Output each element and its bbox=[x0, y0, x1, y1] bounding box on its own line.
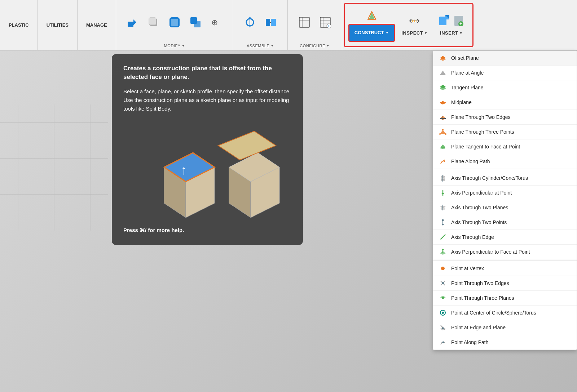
assemble-btn-1[interactable] bbox=[241, 12, 259, 33]
illustration-svg: ↑ bbox=[132, 124, 283, 218]
plane-three-points-icon bbox=[439, 128, 447, 136]
menu-item-label-12: Axis Through Edge bbox=[451, 234, 494, 240]
insert-icons: + bbox=[438, 14, 465, 27]
menu-item-label-6: Plane Tangent to Face at Point bbox=[451, 144, 520, 150]
svg-point-87 bbox=[442, 224, 444, 226]
plastic-label: PLASTIC bbox=[9, 22, 29, 28]
svg-rect-13 bbox=[271, 19, 276, 26]
tooltip-body: Select a face, plane, or sketch profile,… bbox=[123, 87, 291, 113]
menu-item-label-14: Point at Vertex bbox=[451, 266, 484, 271]
menu-item-0[interactable]: Offset Plane bbox=[433, 51, 577, 66]
insert-caret: ▼ bbox=[459, 31, 463, 35]
svg-point-70 bbox=[442, 129, 444, 130]
svg-point-93 bbox=[441, 267, 445, 270]
offset-plane-icon bbox=[439, 54, 447, 62]
menu-item-11[interactable]: Axis Through Two Points bbox=[433, 215, 577, 230]
right-toolbar-group: CONSTRUCT ▼ INSPECT bbox=[344, 3, 474, 47]
point-three-planes-icon bbox=[439, 294, 447, 302]
menu-item-8[interactable]: Axis Through Cylinder/Cone/Torus bbox=[433, 171, 577, 186]
menu-item-label-7: Plane Along Path bbox=[451, 159, 490, 164]
menu-item-9[interactable]: Axis Perpendicular at Point bbox=[433, 186, 577, 200]
menu-item-label-3: Midplane bbox=[451, 99, 472, 105]
menu-item-15[interactable]: Point Through Two Edges bbox=[433, 276, 577, 291]
inspect-icon bbox=[408, 14, 421, 27]
assemble-icons bbox=[241, 3, 280, 41]
svg-point-69 bbox=[439, 133, 441, 135]
insert-label[interactable]: INSERT ▼ bbox=[440, 30, 463, 36]
menu-item-label-5: Plane Through Three Points bbox=[451, 129, 514, 135]
menu-item-1[interactable]: Plane at Angle bbox=[433, 66, 577, 80]
assemble-icon-2 bbox=[264, 16, 277, 29]
dropdown-inner[interactable]: Offset Plane Plane at Angle Tangent P bbox=[433, 51, 577, 350]
move-button[interactable]: ⊕ bbox=[207, 12, 226, 33]
point-two-edges-icon bbox=[439, 279, 447, 287]
menu-item-label-11: Axis Through Two Points bbox=[451, 219, 507, 225]
svg-point-104 bbox=[442, 342, 444, 343]
menu-item-10[interactable]: Axis Through Two Planes bbox=[433, 200, 577, 215]
push-pull-button[interactable] bbox=[123, 12, 142, 33]
menu-item-label-1: Plane at Angle bbox=[451, 70, 484, 76]
menu-item-3[interactable]: Midplane bbox=[433, 95, 577, 110]
divider-2 bbox=[433, 260, 577, 260]
menu-item-label-19: Point Along Path bbox=[451, 339, 489, 345]
configure-label[interactable]: CONFIGURE ▼ bbox=[300, 44, 330, 48]
assemble-caret: ▼ bbox=[270, 44, 274, 48]
menu-item-17[interactable]: Point at Center of Circle/Sphere/Torus bbox=[433, 306, 577, 320]
axis-two-points-icon bbox=[439, 218, 447, 226]
menu-item-label-10: Axis Through Two Planes bbox=[451, 205, 508, 210]
svg-marker-1 bbox=[133, 19, 136, 25]
menu-item-label-9: Axis Perpendicular at Point bbox=[451, 190, 512, 196]
utilities-label: UTILITIES bbox=[47, 22, 69, 28]
svg-rect-3 bbox=[149, 18, 156, 25]
construct-caret: ▼ bbox=[385, 31, 389, 35]
svg-point-71 bbox=[445, 133, 446, 135]
configure-btn-1[interactable] bbox=[295, 12, 314, 33]
menu-item-16[interactable]: Point Through Three Planes bbox=[433, 291, 577, 306]
menu-item-4[interactable]: Plane Through Two Edges bbox=[433, 110, 577, 125]
svg-point-98 bbox=[442, 297, 444, 299]
svg-point-100 bbox=[442, 312, 444, 314]
body-icon bbox=[147, 16, 160, 29]
axis-two-planes-icon bbox=[439, 204, 447, 211]
modify-label[interactable]: MODIFY ▼ bbox=[164, 44, 185, 48]
insert-icon-2: + bbox=[452, 14, 465, 27]
menu-item-6[interactable]: Plane Tangent to Face at Point bbox=[433, 139, 577, 154]
menu-item-19[interactable]: Point Along Path bbox=[433, 335, 577, 350]
svg-marker-11 bbox=[248, 17, 251, 19]
svg-text:⊕: ⊕ bbox=[211, 18, 218, 27]
modify-caret: ▼ bbox=[181, 44, 185, 48]
fillet-button[interactable] bbox=[165, 12, 184, 33]
menu-item-2[interactable]: Tangent Plane bbox=[433, 80, 577, 95]
menu-item-7[interactable]: Plane Along Path bbox=[433, 154, 577, 169]
configure-btn-2[interactable]: + bbox=[316, 12, 335, 33]
construct-button[interactable]: CONSTRUCT ▼ bbox=[348, 24, 395, 42]
plane-along-path-icon bbox=[439, 157, 447, 165]
push-pull-icon bbox=[126, 16, 139, 29]
svg-text:↑: ↑ bbox=[181, 162, 187, 177]
configure-icon-1 bbox=[298, 16, 311, 29]
combine-button[interactable] bbox=[186, 12, 205, 33]
menu-item-18[interactable]: Point at Edge and Plane bbox=[433, 320, 577, 335]
plane-at-angle-icon bbox=[439, 69, 447, 77]
body-button[interactable] bbox=[144, 12, 163, 33]
svg-marker-60 bbox=[440, 71, 446, 75]
toolbar: PLASTIC UTILITIES MANAGE bbox=[0, 0, 577, 50]
svg-rect-7 bbox=[194, 21, 201, 27]
assemble-btn-2[interactable] bbox=[261, 12, 280, 33]
menu-item-12[interactable]: Axis Through Edge bbox=[433, 230, 577, 245]
menu-item-label-16: Point Through Three Planes bbox=[451, 295, 514, 301]
axis-cylinder-icon bbox=[439, 174, 447, 182]
menu-item-14[interactable]: Point at Vertex bbox=[433, 261, 577, 276]
manage-label: MANAGE bbox=[86, 22, 107, 28]
svg-point-86 bbox=[442, 219, 444, 221]
menu-item-13[interactable]: Axis Perpendicular to Face at Point bbox=[433, 245, 577, 259]
menu-item-5[interactable]: Plane Through Three Points bbox=[433, 125, 577, 139]
divider-1 bbox=[433, 170, 577, 170]
menu-item-label-4: Plane Through Two Edges bbox=[451, 114, 511, 120]
svg-point-96 bbox=[442, 282, 444, 284]
menu-item-label-0: Offset Plane bbox=[451, 55, 479, 61]
assemble-label[interactable]: ASSEMBLE ▼ bbox=[247, 44, 274, 48]
toolbar-section-configure: + CONFIGURE ▼ bbox=[288, 0, 342, 50]
inspect-label[interactable]: INSPECT ▼ bbox=[401, 30, 427, 36]
modify-icons: ⊕ bbox=[123, 3, 226, 41]
